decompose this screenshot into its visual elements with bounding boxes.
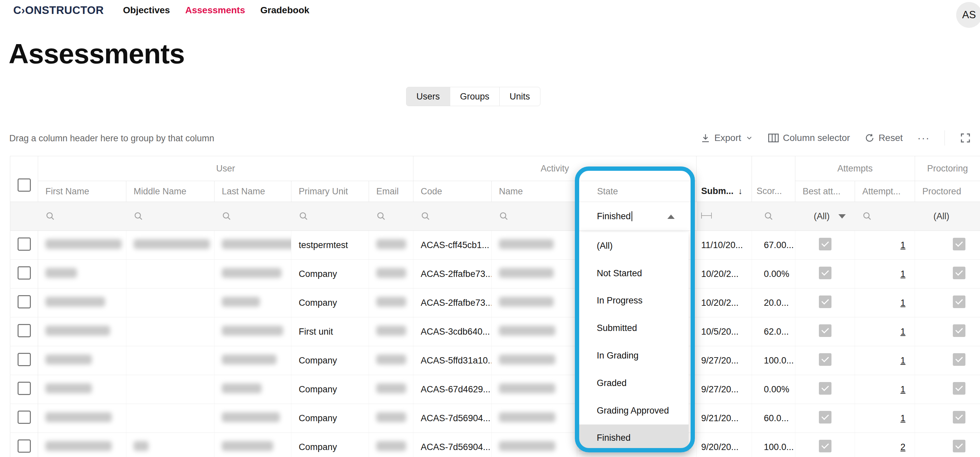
cell-primary-unit: Company <box>291 288 369 317</box>
filter-code[interactable] <box>414 202 492 231</box>
cell-proctored <box>915 404 980 433</box>
cell-submitted: 10/20/2... <box>697 288 752 317</box>
filter-last-name[interactable] <box>215 202 291 231</box>
redacted-text <box>376 326 406 336</box>
chevron-down-icon <box>745 134 753 142</box>
dropdown-item-all[interactable]: (All) <box>579 232 689 260</box>
sort-desc-icon: ↓ <box>738 186 743 196</box>
tab-groups[interactable]: Groups <box>450 87 500 106</box>
redacted-text <box>376 355 406 365</box>
attempts-link[interactable]: 2 <box>900 442 905 452</box>
filter-middle-name[interactable] <box>126 202 215 231</box>
cell-best-attempt <box>795 433 855 457</box>
select-all-checkbox[interactable] <box>18 178 31 192</box>
redacted-text <box>499 326 555 336</box>
filter-primary-unit[interactable] <box>291 202 369 231</box>
dropdown-item-graded[interactable]: Graded <box>579 369 689 397</box>
reset-label: Reset <box>878 133 903 143</box>
filter-attempt[interactable] <box>855 202 915 231</box>
filter-first-name[interactable] <box>38 202 126 231</box>
column-header-proctored[interactable]: Proctored <box>915 181 980 202</box>
fullscreen-icon[interactable] <box>959 132 971 144</box>
search-icon <box>134 211 143 221</box>
export-button[interactable]: Export <box>700 133 753 143</box>
checked-checkbox-icon <box>819 353 832 366</box>
dropdown-item-grading-approved[interactable]: Grading Approved <box>579 397 689 425</box>
row-checkbox[interactable] <box>18 382 31 395</box>
row-checkbox[interactable] <box>18 439 31 453</box>
filter-submitted[interactable] <box>697 202 752 231</box>
cell-score: 100.0... <box>752 433 795 457</box>
attempts-link[interactable]: 1 <box>900 384 905 394</box>
cell-code: ACAS-3cdb640... <box>414 317 492 346</box>
nav-item-objectives[interactable]: Objectives <box>123 5 170 16</box>
column-selector-button[interactable]: Column selector <box>768 133 850 143</box>
column-header-name[interactable]: Name <box>492 181 577 202</box>
cell-last-name <box>215 404 291 433</box>
row-checkbox[interactable] <box>18 237 31 251</box>
tab-units[interactable]: Units <box>499 87 540 106</box>
cell-first-name <box>38 288 126 317</box>
more-actions-button[interactable]: ··· <box>917 132 930 144</box>
avatar[interactable]: AS <box>956 2 980 28</box>
row-checkbox[interactable] <box>18 411 31 424</box>
tab-users[interactable]: Users <box>406 87 450 106</box>
dropdown-item-finished[interactable]: Finished <box>579 425 689 452</box>
cell-name <box>492 231 577 260</box>
cell-best-attempt <box>795 231 855 260</box>
attempts-link[interactable]: 1 <box>900 326 905 337</box>
filter-score[interactable] <box>752 202 795 231</box>
cell-attempts: 2 <box>855 433 915 457</box>
cell-middle-name <box>126 346 215 375</box>
cell-last-name <box>215 231 291 260</box>
column-header-last-name[interactable]: Last Name <box>215 181 291 202</box>
column-header-primary-unit[interactable]: Primary Unit <box>291 181 369 202</box>
reset-button[interactable]: Reset <box>865 133 903 143</box>
cell-code: ACAS-67d4629... <box>414 375 492 404</box>
checked-checkbox-icon <box>953 353 966 366</box>
cell-best-attempt <box>795 375 855 404</box>
cell-primary-unit: Company <box>291 433 369 457</box>
filter-select-cell <box>10 202 38 231</box>
dropdown-item-in-grading[interactable]: In Grading <box>579 342 689 369</box>
nav-item-gradebook[interactable]: Gradebook <box>260 5 309 16</box>
dropdown-item-submitted[interactable]: Submitted <box>579 314 689 342</box>
nav-item-assessments[interactable]: Assessments <box>185 5 245 16</box>
row-checkbox[interactable] <box>18 353 31 366</box>
filter-state-input[interactable]: Finished <box>577 202 697 231</box>
column-header-score[interactable]: Scor... <box>752 156 795 202</box>
cell-attempts: 1 <box>855 260 915 288</box>
row-checkbox[interactable] <box>18 295 31 309</box>
attempts-link[interactable]: 1 <box>900 240 905 250</box>
filter-email[interactable] <box>369 202 414 231</box>
attempts-link[interactable]: 1 <box>900 269 905 279</box>
column-header-code[interactable]: Code <box>414 181 492 202</box>
row-checkbox[interactable] <box>18 324 31 337</box>
column-header-best-attempt[interactable]: Best att... <box>795 181 855 202</box>
column-header-middle-name[interactable]: Middle Name <box>126 181 215 202</box>
cell-primary-unit: First unit <box>291 317 369 346</box>
checked-checkbox-icon <box>953 238 966 250</box>
dropdown-item-not-started[interactable]: Not Started <box>579 260 689 287</box>
attempts-link[interactable]: 1 <box>900 413 905 423</box>
dropdown-item-in-progress[interactable]: In Progress <box>579 287 689 315</box>
filter-best-attempt[interactable]: (All) <box>795 202 855 231</box>
redacted-text <box>376 384 406 393</box>
column-header-email[interactable]: Email <box>369 181 414 202</box>
column-header-attempt[interactable]: Attempt... <box>855 181 915 202</box>
attempts-link[interactable]: 1 <box>900 355 905 365</box>
checked-checkbox-icon <box>953 267 966 279</box>
filter-proctored[interactable]: (All) <box>915 202 980 231</box>
cell-proctored <box>915 375 980 404</box>
column-header-submitted[interactable]: Subm...↓ <box>697 156 752 202</box>
filter-name[interactable] <box>492 202 577 231</box>
column-header-first-name[interactable]: First Name <box>38 181 126 202</box>
cell-code: ACAS-2ffafbe73... <box>414 260 492 288</box>
search-icon <box>299 211 309 221</box>
attempts-link[interactable]: 1 <box>900 298 905 308</box>
cell-name <box>492 375 577 404</box>
caret-up-icon[interactable] <box>667 215 675 219</box>
row-checkbox[interactable] <box>18 266 31 280</box>
cell-first-name <box>38 231 126 260</box>
column-header-state[interactable]: State <box>577 181 697 202</box>
